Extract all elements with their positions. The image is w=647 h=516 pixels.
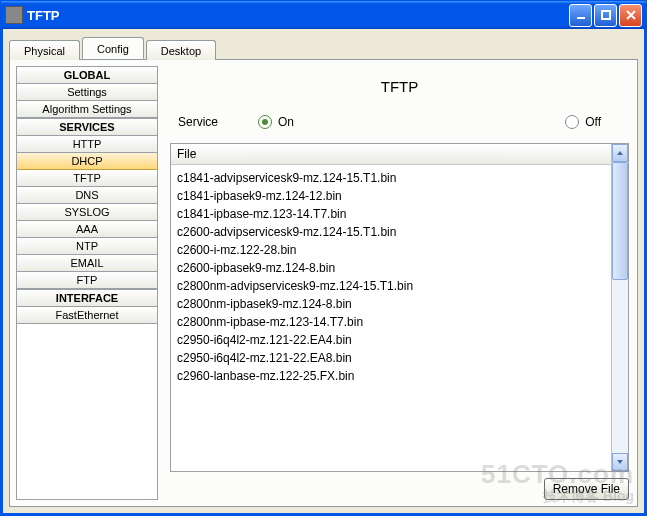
list-item[interactable]: c2950-i6q4l2-mz.121-22.EA4.bin	[177, 331, 605, 349]
app-window: TFTP Physical Config Desktop GLOBAL Sett…	[0, 0, 647, 516]
tab-bar: Physical Config Desktop	[9, 35, 638, 59]
sidebar-item-ftp[interactable]: FTP	[17, 272, 157, 289]
scroll-track[interactable]	[612, 162, 628, 453]
service-radio-group: On Off	[258, 115, 621, 129]
file-items[interactable]: c1841-advipservicesk9-mz.124-15.T1.bin c…	[171, 165, 611, 471]
sidebar-item-email[interactable]: EMAIL	[17, 255, 157, 272]
list-item[interactable]: c1841-ipbase-mz.123-14.T7.bin	[177, 205, 605, 223]
sidebar-heading-global: GLOBAL	[17, 67, 157, 84]
sidebar-item-algorithm-settings[interactable]: Algorithm Settings	[17, 101, 157, 118]
svg-rect-1	[602, 11, 610, 19]
tab-config[interactable]: Config	[82, 37, 144, 59]
list-item[interactable]: c2800nm-advipservicesk9-mz.124-15.T1.bin	[177, 277, 605, 295]
sidebar-item-fastethernet[interactable]: FastEthernet	[17, 307, 157, 324]
radio-off-label: Off	[585, 115, 601, 129]
button-row: Remove File	[168, 472, 631, 500]
list-item[interactable]: c2800nm-ipbase-mz.123-14.T7.bin	[177, 313, 605, 331]
list-item[interactable]: c1841-advipservicesk9-mz.124-15.T1.bin	[177, 169, 605, 187]
sidebar-item-dhcp[interactable]: DHCP	[17, 153, 157, 170]
close-button[interactable]	[619, 4, 642, 27]
file-column-header[interactable]: File	[171, 144, 611, 165]
window-buttons	[569, 4, 642, 27]
maximize-icon	[600, 9, 612, 21]
sidebar-item-dns[interactable]: DNS	[17, 187, 157, 204]
file-list[interactable]: File c1841-advipservicesk9-mz.124-15.T1.…	[171, 144, 611, 471]
list-item[interactable]: c2950-i6q4l2-mz.121-22.EA8.bin	[177, 349, 605, 367]
list-item[interactable]: c1841-ipbasek9-mz.124-12.bin	[177, 187, 605, 205]
sidebar-heading-interface: INTERFACE	[17, 289, 157, 307]
tab-panel-config: GLOBAL Settings Algorithm Settings SERVI…	[9, 59, 638, 507]
config-sidebar: GLOBAL Settings Algorithm Settings SERVI…	[16, 66, 158, 500]
service-label: Service	[178, 115, 258, 129]
page-title: TFTP	[168, 66, 631, 111]
tab-physical[interactable]: Physical	[9, 40, 80, 60]
file-list-frame: File c1841-advipservicesk9-mz.124-15.T1.…	[170, 143, 629, 472]
sidebar-item-settings[interactable]: Settings	[17, 84, 157, 101]
tab-desktop[interactable]: Desktop	[146, 40, 216, 60]
app-icon	[5, 6, 23, 24]
minimize-button[interactable]	[569, 4, 592, 27]
close-icon	[625, 9, 637, 21]
maximize-button[interactable]	[594, 4, 617, 27]
radio-on[interactable]: On	[258, 115, 294, 129]
titlebar[interactable]: TFTP	[1, 1, 646, 29]
sidebar-item-http[interactable]: HTTP	[17, 136, 157, 153]
list-item[interactable]: c2960-lanbase-mz.122-25.FX.bin	[177, 367, 605, 385]
svg-rect-0	[577, 17, 585, 19]
client-area: Physical Config Desktop GLOBAL Settings …	[1, 29, 646, 515]
list-item[interactable]: c2600-advipservicesk9-mz.124-15.T1.bin	[177, 223, 605, 241]
sidebar-item-syslog[interactable]: SYSLOG	[17, 204, 157, 221]
list-item[interactable]: c2600-ipbasek9-mz.124-8.bin	[177, 259, 605, 277]
sidebar-item-aaa[interactable]: AAA	[17, 221, 157, 238]
list-item[interactable]: c2800nm-ipbasek9-mz.124-8.bin	[177, 295, 605, 313]
sidebar-item-tftp[interactable]: TFTP	[17, 170, 157, 187]
sidebar-heading-services: SERVICES	[17, 118, 157, 136]
list-item[interactable]: c2600-i-mz.122-28.bin	[177, 241, 605, 259]
scroll-up-button[interactable]	[612, 144, 628, 162]
scroll-thumb[interactable]	[612, 162, 628, 280]
window-title: TFTP	[27, 8, 569, 23]
radio-off[interactable]: Off	[565, 115, 601, 129]
service-row: Service On Off	[168, 111, 631, 143]
remove-file-button[interactable]: Remove File	[544, 478, 629, 500]
radio-off-icon	[565, 115, 579, 129]
vertical-scrollbar[interactable]	[611, 144, 628, 471]
minimize-icon	[575, 9, 587, 21]
radio-on-icon	[258, 115, 272, 129]
scroll-down-button[interactable]	[612, 453, 628, 471]
radio-on-label: On	[278, 115, 294, 129]
chevron-down-icon	[616, 458, 624, 466]
chevron-up-icon	[616, 149, 624, 157]
main-area: TFTP Service On Off	[168, 66, 631, 500]
sidebar-item-ntp[interactable]: NTP	[17, 238, 157, 255]
